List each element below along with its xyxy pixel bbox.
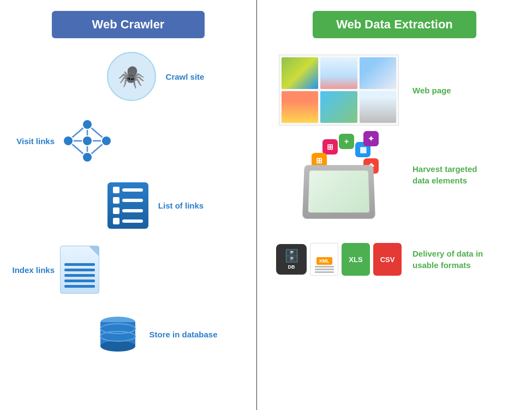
- crawl-site-label: Crawl site: [166, 72, 205, 81]
- wp-cell-4: [282, 91, 318, 123]
- wp-cell-1: [282, 57, 318, 89]
- csv-badge: CSV: [373, 243, 402, 276]
- delivery-item: 🗄️ DB XML XLS: [273, 224, 527, 295]
- right-banner: Web Data Extraction: [313, 11, 476, 38]
- spider-circle: 🕷️: [107, 52, 156, 101]
- visit-links-label: Visit links: [5, 136, 55, 146]
- list-of-links-item: List of links: [5, 178, 251, 233]
- store-db-label: Store in database: [149, 330, 217, 339]
- svg-point-15: [100, 341, 135, 352]
- webpage-mockup: [279, 55, 399, 126]
- database-icon: [93, 310, 142, 359]
- xls-badge: XLS: [342, 243, 370, 276]
- doc-line-3: [64, 274, 95, 277]
- float-icon-1: ⊞: [322, 139, 338, 155]
- doc-icon-area: [60, 246, 99, 294]
- xml-line-1: [315, 266, 334, 268]
- doc-line-1: [64, 263, 95, 266]
- harvest-label: Harvest targeted data elements: [413, 163, 494, 186]
- wp-cell-2: [320, 57, 357, 89]
- left-panel: Web Crawler 🕷️ Crawl site Visit links: [0, 0, 256, 410]
- right-panel: Web Data Extraction Web page: [256, 0, 532, 410]
- harvest-item: ⊞ + ▦ ⊞ ✦ ❖ Harvest targeted data elemen…: [273, 131, 527, 218]
- doc-line-4: [64, 280, 95, 282]
- wp-cell-3: [360, 57, 396, 89]
- xml-line-2: [315, 269, 334, 270]
- list-icon-area: [107, 182, 148, 229]
- delivery-label: Delivery of data in usable formats: [413, 248, 494, 271]
- tablet-body: [302, 165, 375, 219]
- doc-corner-fold: [89, 246, 99, 256]
- xls-label: XLS: [349, 255, 362, 264]
- svg-point-11: [101, 136, 111, 146]
- right-items-list: Web page ⊞ + ▦ ⊞ ✦ ❖: [262, 55, 527, 295]
- extraction-illustration: ⊞ + ▦ ⊞ ✦ ❖: [279, 131, 399, 218]
- extraction-visual: ⊞ + ▦ ⊞ ✦ ❖: [273, 131, 404, 218]
- left-banner: Web Crawler: [52, 11, 205, 38]
- db-badge-label: DB: [288, 264, 295, 270]
- db-badge: 🗄️ DB: [276, 244, 307, 275]
- spider-icon-area: 🕷️: [107, 52, 156, 101]
- doc-line-5: [64, 285, 95, 288]
- formats-visual: 🗄️ DB XML XLS: [273, 237, 404, 281]
- svg-point-10: [82, 136, 92, 146]
- document-icon: [60, 246, 99, 294]
- index-links-item: Index links: [5, 242, 251, 297]
- xml-tag: XML: [316, 257, 332, 265]
- wp-cell-6: [360, 91, 396, 123]
- visit-links-item: Visit links: [5, 114, 251, 168]
- network-icon: [60, 116, 115, 165]
- index-links-label: Index links: [5, 265, 55, 275]
- db-badge-icon: 🗄️: [284, 249, 299, 263]
- wp-cell-5: [320, 91, 357, 123]
- right-panel-header: Web Data Extraction: [262, 11, 527, 49]
- tablet-screen: [308, 170, 370, 212]
- doc-line-2: [64, 269, 95, 271]
- store-db-item: Store in database: [5, 307, 251, 361]
- list-icon: [107, 182, 148, 229]
- xml-line-3: [315, 271, 334, 273]
- csv-label: CSV: [380, 255, 395, 264]
- float-icon-5: ✦: [363, 131, 379, 146]
- svg-point-12: [82, 152, 92, 162]
- crawl-site-item: 🕷️ Crawl site: [5, 49, 251, 104]
- network-icon-area: [60, 116, 115, 165]
- float-icon-2: +: [339, 134, 354, 149]
- webpage-visual: [273, 55, 404, 126]
- xml-badge: XML: [310, 243, 338, 276]
- web-page-label: Web page: [413, 85, 451, 96]
- db-icon-area: [93, 310, 142, 359]
- svg-point-9: [63, 136, 73, 146]
- xml-lines: [315, 266, 334, 273]
- spider-icon: 🕷️: [118, 64, 145, 90]
- web-page-item: Web page: [273, 55, 527, 126]
- left-items-list: 🕷️ Crawl site Visit links: [5, 49, 251, 361]
- formats-illustration: 🗄️ DB XML XLS: [271, 237, 407, 281]
- list-links-label: List of links: [158, 201, 204, 210]
- svg-point-8: [82, 120, 92, 129]
